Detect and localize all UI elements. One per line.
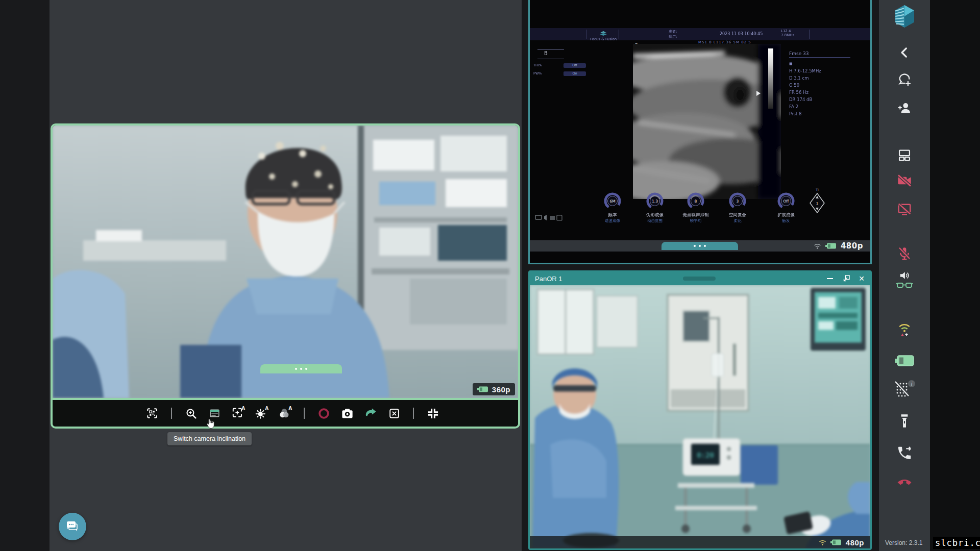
mode-indicator: B [544, 51, 548, 56]
ultrasound-window[interactable]: Focus & Fusion 患者: 病历: 2023 11 03 10:40:… [528, 0, 872, 264]
screenshare-off-button[interactable] [897, 202, 912, 217]
vendor-logo-icon [599, 31, 608, 36]
window-title: PanOR 1 [535, 275, 562, 283]
svg-text:1: 1 [816, 202, 818, 206]
chat-button[interactable] [59, 513, 86, 540]
layout-icon [897, 148, 912, 162]
titlebar-grip[interactable] [683, 277, 716, 281]
minimize-button[interactable] [823, 272, 837, 285]
snapshot-button[interactable] [338, 405, 356, 422]
video-drag-handle[interactable] [260, 364, 342, 373]
mic-off-button[interactable] [897, 246, 912, 261]
patient-label: 患者: [669, 29, 677, 34]
record-button[interactable] [315, 405, 332, 422]
close-stream-button[interactable] [385, 405, 403, 422]
battery-icon [830, 539, 842, 545]
main-video-feed[interactable]: 360p [53, 126, 518, 398]
gauge-frequency[interactable]: 6M 频率 谐波成像 [590, 191, 635, 223]
camera-share-button[interactable] [362, 405, 379, 422]
panor-status-bar: 480p [530, 536, 870, 548]
ultrasound-status-icons [535, 214, 571, 221]
control-toggle[interactable]: On [564, 71, 586, 76]
grid-off-button[interactable]: i [893, 380, 916, 399]
call-forward-button[interactable] [896, 445, 913, 461]
grid-off-icon: i [893, 380, 916, 399]
resolution-label: 480p [841, 241, 863, 251]
app-root: 360p [0, 0, 980, 551]
gauge-colorize[interactable]: 1.3 伪彩成像 动态范围 [632, 191, 678, 223]
screenshare-off-icon [897, 202, 912, 217]
auto-white-balance-button[interactable]: A [276, 405, 293, 422]
close-window-button[interactable]: ✕ [855, 272, 868, 285]
ultrasound-parameters: Fmse 33 ■ H 7.6-12.5MHz D 3.1 cm G 50 FR… [789, 51, 866, 117]
call-forward-icon [896, 445, 913, 461]
battery-icon [825, 243, 837, 249]
battery-icon [895, 355, 914, 366]
speaker-button[interactable] [899, 270, 910, 281]
collapse-view-icon [426, 407, 440, 420]
operating-room-overview-video: 0:20 [530, 285, 870, 548]
dial-control[interactable]: TI 1 [807, 188, 827, 217]
panor-titlebar[interactable]: PanOR 1 ✕ [530, 272, 870, 285]
gauge-speckle-reduction[interactable]: 8 斑点噪声抑制 帧平均 [673, 191, 719, 223]
control-row-label: THI% [533, 63, 542, 67]
flashlight-button[interactable] [898, 413, 911, 429]
svg-text:A: A [265, 406, 269, 411]
camera-off-button[interactable] [896, 172, 913, 189]
battery-icon [477, 386, 488, 392]
hang-up-icon [896, 475, 913, 486]
ultrasound-feed: Focus & Fusion 患者: 病历: 2023 11 03 10:40:… [530, 0, 870, 252]
qr-scan-button[interactable] [143, 405, 161, 422]
vendor-name: Focus & Fusion [590, 37, 617, 41]
close-box-icon [388, 407, 401, 420]
svg-text:Off: Off [783, 199, 789, 204]
tooltip: Switch camera inclination [167, 432, 252, 445]
auto-focus-button[interactable]: A [229, 405, 247, 422]
window-drag-handle[interactable] [662, 242, 738, 250]
record-icon [317, 407, 330, 420]
snapshot-camera-icon [340, 407, 354, 420]
zoom-in-icon [185, 407, 198, 420]
camera-inclination-icon [208, 407, 221, 420]
toolbar-separator [304, 408, 305, 419]
resolution-label: 360p [492, 385, 510, 394]
toolbar-separator [171, 408, 172, 419]
zoom-in-button[interactable] [182, 405, 200, 422]
operating-room-video [53, 126, 518, 398]
toolbar-separator [413, 408, 414, 419]
camera-toolbar: A A [53, 398, 518, 427]
panor-window[interactable]: PanOR 1 ✕ [528, 270, 872, 550]
collapse-view-button[interactable] [424, 405, 442, 422]
main-video-window[interactable]: 360p [51, 123, 520, 429]
auto-brightness-icon: A [254, 406, 269, 421]
grayscale-bar [768, 48, 773, 109]
resolution-badge: 360p [473, 383, 515, 395]
network-signal-icon [897, 321, 912, 338]
chat-bubbles-icon [65, 520, 80, 533]
layout-button[interactable] [897, 148, 912, 162]
svg-text:0:20: 0:20 [697, 450, 714, 459]
panor-video-feed[interactable]: 0:20 [530, 285, 870, 548]
new-chat-button[interactable] [897, 72, 912, 88]
mouse-cursor [206, 418, 216, 430]
gauge-extended-imaging[interactable]: Off 扩展成像 触发 [763, 191, 809, 223]
restore-icon [843, 275, 850, 282]
app-logo [893, 4, 916, 29]
qr-scan-icon [145, 407, 159, 420]
wifi-icon [814, 243, 821, 249]
back-button[interactable] [898, 46, 911, 59]
control-toggle[interactable]: Off [564, 63, 586, 68]
left-margin [0, 0, 50, 551]
depth-cursor [756, 91, 761, 96]
ultrasound-timestamp: 2023 11 03 10:40:45 [720, 32, 763, 36]
auto-brightness-button[interactable]: A [253, 405, 270, 422]
hang-up-button[interactable] [896, 475, 913, 486]
add-participant-button[interactable] [897, 100, 912, 115]
battery-status [895, 355, 914, 366]
resolution-label: 480p [846, 538, 864, 547]
ar-glasses-button[interactable] [896, 281, 913, 290]
svg-text:3: 3 [737, 199, 739, 204]
restore-window-button[interactable] [840, 272, 853, 285]
network-signal-button[interactable] [897, 321, 912, 338]
gauge-spatial-compound[interactable]: 3 空间复合 柔化 [715, 191, 761, 223]
